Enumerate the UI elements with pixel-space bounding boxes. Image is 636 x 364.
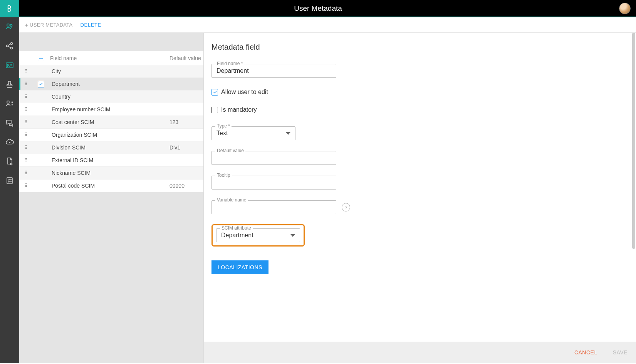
row-field-name: Country (50, 94, 169, 100)
row-field-name: Cost center SCIM (50, 119, 169, 125)
type-label: Type * (215, 123, 232, 129)
help-icon[interactable]: ? (342, 203, 350, 211)
nav-id-card-icon[interactable] (5, 60, 14, 70)
row-field-name: External ID SCIM (50, 157, 169, 163)
variable-name-group: Variable name (211, 200, 336, 214)
table-row[interactable]: ⠿City (19, 65, 203, 78)
table-row[interactable]: ⠿Employee number SCIM (19, 103, 203, 116)
table-row[interactable]: ⠿Organization SCIM (19, 129, 203, 141)
nav-stamp-icon[interactable] (5, 80, 14, 89)
scim-attribute-label: SCIM attribute (220, 225, 253, 231)
row-field-name: Organization SCIM (50, 132, 169, 138)
add-button-label: USER METADATA (30, 22, 73, 28)
toolbar: + USER METADATA DELETE (19, 17, 636, 33)
row-default-value: 123 (169, 119, 203, 125)
allow-edit-label: Allow user to edit (221, 89, 268, 96)
nav-document-icon[interactable] (5, 157, 14, 166)
nav-cloud-icon[interactable] (5, 138, 14, 147)
row-default-value: 00000 (169, 183, 203, 189)
drag-handle-icon[interactable]: ⠿ (19, 183, 32, 188)
is-mandatory-row[interactable]: Is mandatory (211, 106, 628, 113)
drag-handle-icon[interactable]: ⠿ (19, 132, 32, 138)
tooltip-group: Tooltip (211, 176, 628, 190)
row-default-value: Div1 (169, 144, 203, 151)
scim-attribute-value: Department (221, 232, 253, 239)
drag-handle-icon[interactable]: ⠿ (19, 170, 32, 176)
grid-header-row: Field name Default value (19, 51, 203, 65)
nav-users-icon[interactable] (5, 22, 14, 31)
variable-name-label: Variable name (215, 197, 248, 203)
drag-handle-icon[interactable]: ⠿ (19, 158, 32, 163)
col-header-default-value[interactable]: Default value (169, 55, 203, 61)
type-value: Text (216, 130, 228, 137)
table-row[interactable]: ⠿Department (19, 78, 203, 91)
scim-attribute-highlight: SCIM attribute Department (211, 224, 305, 247)
is-mandatory-label: Is mandatory (221, 106, 257, 113)
type-group: Type * Text (211, 126, 628, 140)
detail-panel-title: Metadata field (211, 43, 628, 52)
drag-handle-icon[interactable]: ⠿ (19, 119, 32, 125)
svg-point-1 (10, 25, 12, 27)
table-row[interactable]: ⠿External ID SCIM (19, 154, 203, 167)
select-all-checkbox[interactable] (38, 55, 44, 61)
default-value-group: Default value (211, 151, 628, 165)
metadata-table-pane: Field name Default value ⠿City⠿Departmen… (19, 33, 203, 363)
svg-point-7 (7, 101, 9, 103)
svg-point-8 (9, 142, 10, 143)
svg-rect-10 (7, 178, 12, 184)
row-field-name: Department (50, 81, 169, 87)
drag-handle-icon[interactable]: ⠿ (19, 94, 32, 99)
default-value-label: Default value (215, 148, 245, 153)
nav-share-icon[interactable] (5, 41, 14, 50)
row-field-name: Nickname SCIM (50, 170, 169, 176)
plus-icon: + (25, 22, 28, 28)
row-checkbox[interactable] (38, 81, 44, 87)
row-field-name: Postal code SCIM (50, 183, 169, 189)
nav-checklist-icon[interactable] (5, 176, 14, 185)
table-row[interactable]: ⠿Division SCIMDiv1 (19, 141, 203, 154)
left-nav-rail (0, 17, 19, 363)
add-user-metadata-button[interactable]: + USER METADATA (25, 22, 73, 28)
row-field-name: Employee number SCIM (50, 106, 169, 112)
svg-point-6 (8, 64, 9, 66)
detail-scrollbar-thumb[interactable] (632, 33, 635, 249)
drag-handle-icon[interactable]: ⠿ (19, 145, 32, 150)
col-header-field-name[interactable]: Field name (50, 55, 169, 61)
delete-button[interactable]: DELETE (81, 22, 101, 28)
row-field-name: Division SCIM (50, 144, 169, 151)
tooltip-label: Tooltip (215, 173, 232, 178)
app-logo[interactable] (0, 0, 19, 17)
detail-footer: CANCEL SAVE (204, 342, 636, 363)
chevron-down-icon (290, 234, 295, 237)
avatar[interactable] (619, 3, 631, 14)
table-row[interactable]: ⠿Nickname SCIM (19, 167, 203, 179)
field-name-label: Field name * (215, 61, 244, 66)
top-header: User Metadata (0, 0, 636, 17)
field-name-group: Field name * (211, 64, 628, 78)
table-row[interactable]: ⠿Postal code SCIM00000 (19, 179, 203, 192)
page-title: User Metadata (0, 4, 636, 13)
allow-edit-checkbox[interactable] (211, 89, 218, 96)
detail-scrollbar[interactable] (632, 33, 635, 342)
metadata-grid: Field name Default value ⠿City⠿Departmen… (19, 51, 203, 192)
table-row[interactable]: ⠿Country (19, 91, 203, 103)
allow-edit-row[interactable]: Allow user to edit (211, 89, 628, 96)
localizations-button[interactable]: LOCALIZATIONS (211, 260, 268, 274)
nav-user-levels-icon[interactable] (5, 99, 14, 108)
is-mandatory-checkbox[interactable] (211, 107, 218, 113)
detail-pane: Metadata field Field name * Allow user t… (203, 33, 636, 363)
cancel-button[interactable]: CANCEL (574, 349, 597, 356)
drag-handle-icon[interactable]: ⠿ (19, 69, 32, 74)
svg-point-0 (7, 24, 9, 26)
save-button: SAVE (613, 349, 628, 356)
chevron-down-icon (286, 132, 290, 135)
drag-handle-icon[interactable]: ⠿ (19, 107, 32, 112)
row-field-name: City (50, 68, 169, 74)
svg-point-2 (7, 45, 8, 47)
svg-rect-5 (6, 63, 13, 68)
drag-handle-icon[interactable]: ⠿ (19, 81, 32, 87)
table-row[interactable]: ⠿Cost center SCIM123 (19, 116, 203, 129)
nav-chat-icon[interactable] (5, 118, 14, 127)
scim-attribute-group: SCIM attribute Department (216, 228, 300, 242)
